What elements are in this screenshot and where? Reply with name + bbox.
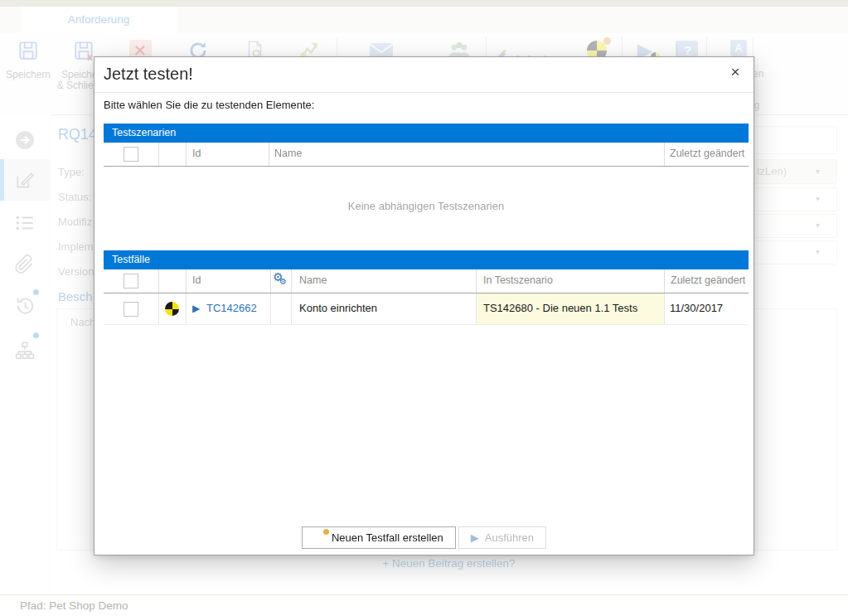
toolbar-partial-label: en [753,68,763,80]
column-separator [158,269,159,293]
section-description: Besch [58,289,93,303]
select-all-checkbox[interactable] [124,147,138,162]
testszenarien-empty-area: Keine abhängigen Testszenarien [104,167,749,251]
sidebar-item-history[interactable] [14,295,36,320]
sidebar-selection-bar [0,159,4,201]
column-separator [186,269,187,293]
column-separator [158,143,159,166]
dialog-title: Jetzt testen! [104,65,193,84]
new-entry-link[interactable]: + Neuen Beitrag erstellen? [50,557,848,570]
column-separator [664,293,665,324]
column-header-id[interactable]: Id [192,274,201,286]
toolbar-save-button[interactable]: Speichern [5,38,51,80]
sidebar-item-edit[interactable] [14,169,36,194]
list-icon [14,222,36,236]
testszenarien-column-header-row: Id Name Zuletzt geändert [104,143,749,167]
testcase-dummy-icon [165,302,179,316]
notification-dot [33,289,39,295]
status-path: Pfad: Pet Shop Demo [20,599,128,612]
application-window: Anforderung Speichern x Speichern & Schl… [0,0,848,616]
column-separator [158,293,159,324]
create-testcase-label: Neuen Testfall erstellen [332,531,443,544]
column-header-modified[interactable]: Zuletzt geändert [670,148,744,159]
status-bar: Pfad: Pet Shop Demo [0,594,848,616]
chevron-down-icon: ▾ [816,221,820,230]
column-separator [270,293,271,324]
jetzt-testen-dialog: Jetzt testen! × Bitte wählen Sie die zu … [94,56,754,555]
close-icon[interactable]: × [725,62,745,82]
column-header-name[interactable]: Name [299,274,327,286]
tab-strip: Anforderung [0,7,848,33]
testcase-scenario: TS142680 - Die neuen 1.1 Tests [483,302,637,314]
title-divider [94,92,754,93]
column-separator [186,143,187,166]
sidebar-item-attachments[interactable] [14,254,36,279]
arrow-circle-icon [14,139,36,153]
requirement-id: RQ14 [58,126,97,143]
field-label-type: Type: [58,166,85,178]
expand-play-icon[interactable]: ▶ [192,303,200,314]
field-label-implemented: Implem [58,240,94,253]
column-separator [476,269,477,293]
chevron-down-icon: ▾ [816,247,820,256]
column-separator [291,269,292,293]
toolbar-save-label: Speichern [5,70,51,80]
testcase-id-link[interactable]: TC142662 [206,302,257,314]
row-checkbox[interactable] [124,302,138,317]
edit-icon [14,179,36,193]
sidebar-item-hierarchy[interactable] [14,340,36,365]
column-separator [476,293,477,324]
dialog-subtitle: Bitte wählen Sie die zu testenden Elemen… [104,99,314,111]
save-icon [5,38,51,63]
run-button[interactable]: ▶ Ausführen [458,526,546,549]
dialog-button-row: Neuen Testfall erstellen ▶ Ausführen [94,526,754,549]
testcase-name: Konto einrichten [299,302,377,314]
column-header-id[interactable]: Id [192,148,201,159]
column-header-modified[interactable]: Zuletzt geändert [671,274,745,286]
paperclip-icon [14,264,36,278]
column-separator [269,143,269,166]
chevron-down-icon: ▾ [816,167,820,176]
history-icon [14,305,36,319]
testcase-modified-date: 11/30/2017 [670,302,723,314]
testszenarien-header: Testszenarien [104,124,749,143]
column-header-name[interactable]: Name [274,148,302,159]
sidebar-item-list[interactable] [14,212,36,237]
column-separator [270,269,271,293]
textarea-fragment: Nach [70,316,95,328]
gears-icon[interactable]: ⚙⚙ [273,272,291,290]
field-label-status: Status: [58,191,91,203]
testszenarien-panel: Testszenarien Id Name Zuletzt geändert K… [104,124,749,251]
column-separator [291,293,292,324]
sidebar [0,114,51,594]
run-label: Ausführen [485,531,534,544]
org-chart-icon [14,350,36,364]
new-testcase-icon [314,532,326,544]
table-row[interactable]: ▶ TC142662 Konto einrichten TS142680 - D… [104,293,749,325]
column-separator [186,293,187,324]
notification-dot [33,332,39,338]
field-label-version: Version: [58,265,97,278]
testfaelle-panel: Testfälle Id ⚙⚙ Name In Testszenario Zul… [104,250,749,325]
dropdown-fragment: tzLen) [757,165,787,177]
field-label-modified: Modifiz [58,216,92,228]
create-testcase-button[interactable]: Neuen Testfall erstellen [302,526,456,549]
tab-anforderung[interactable]: Anforderung [21,7,177,33]
column-separator [664,143,665,166]
column-separator [664,269,665,293]
empty-state-text: Keine abhängigen Testszenarien [104,200,749,212]
svg-text:x: x [87,51,93,61]
testfaelle-column-header-row: Id ⚙⚙ Name In Testszenario Zuletzt geänd… [104,269,749,293]
testfaelle-header: Testfälle [104,250,749,269]
run-play-icon: ▶ [471,531,479,544]
chevron-down-icon: ▾ [816,194,820,203]
sidebar-item-open[interactable] [14,129,36,154]
column-header-scenario[interactable]: In Testszenario [483,274,553,286]
select-all-checkbox[interactable] [124,274,138,289]
